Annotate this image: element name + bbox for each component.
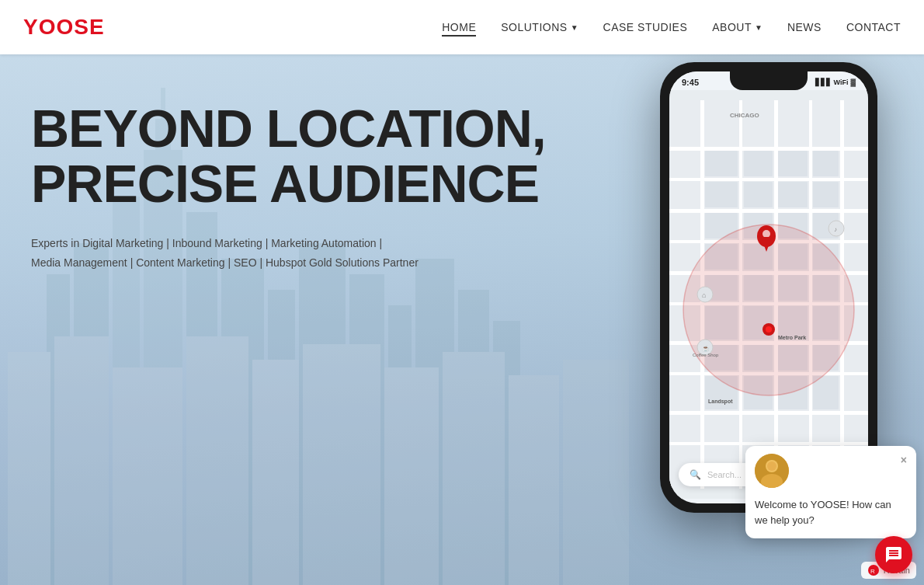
svg-rect-42 (744, 151, 773, 176)
svg-rect-28 (669, 209, 868, 213)
nav-case-studies-link[interactable]: CASE STUDIES (603, 21, 688, 33)
phone-screen: 9:45 ▋▋▋ WiFi ▓ (669, 71, 868, 503)
chat-bubble-button[interactable] (875, 536, 912, 573)
svg-text:R: R (870, 568, 875, 575)
svg-rect-22 (443, 352, 505, 585)
svg-text:⌂: ⌂ (702, 291, 706, 299)
svg-rect-26 (669, 147, 868, 151)
chat-header: × (745, 446, 916, 494)
headline-line2: PRECISE AUDIENCE (31, 154, 539, 213)
svg-point-73 (683, 225, 854, 395)
svg-rect-21 (384, 367, 439, 585)
phone-frame: 9:45 ▋▋▋ WiFi ▓ (660, 62, 877, 513)
svg-rect-41 (705, 151, 738, 176)
svg-rect-16 (54, 336, 109, 585)
svg-point-93 (767, 461, 776, 471)
wifi-icon: WiFi (834, 78, 849, 86)
svg-point-75 (766, 326, 772, 333)
nav-links: HOME SOLUTIONS ▼ CASE STUDIES ABOUT ▼ NE… (442, 20, 901, 34)
svg-rect-17 (113, 367, 182, 585)
headline-line1: BEYOND LOCATION, (31, 99, 546, 158)
svg-rect-34 (669, 411, 868, 415)
avatar-image (755, 454, 789, 488)
map-svg: CHICAGO Metro Park Landspot Museum North… (669, 90, 868, 499)
chat-avatar (755, 454, 789, 488)
map-search-icon: 🔍 (690, 469, 701, 480)
svg-text:☕: ☕ (702, 344, 710, 352)
nav-about[interactable]: ABOUT ▼ (712, 21, 762, 33)
svg-point-77 (762, 230, 770, 238)
svg-rect-19 (252, 360, 299, 585)
signal-icon: ▋▋▋ (815, 78, 832, 86)
nav-news[interactable]: NEWS (787, 20, 822, 34)
nav-solutions-link[interactable]: SOLUTIONS (501, 21, 567, 33)
hero-headline: BEYOND LOCATION, PRECISE AUDIENCE (31, 101, 546, 212)
nav-contact-link[interactable]: CONTACT (846, 21, 901, 33)
svg-rect-35 (669, 442, 868, 445)
nav-home-link[interactable]: HOME (442, 21, 476, 37)
nav-about-link[interactable]: ABOUT (712, 21, 752, 33)
phone-notch (730, 71, 808, 90)
nav-home[interactable]: HOME (442, 20, 476, 34)
subtitle-line1: Experts in Digital Marketing | Inbound M… (31, 237, 382, 249)
nav-contact[interactable]: CONTACT (846, 20, 901, 34)
svg-text:Coffee Shop: Coffee Shop (693, 353, 719, 357)
svg-rect-27 (669, 178, 868, 181)
chat-body: Welcome to YOOSE! How can we help you? (745, 494, 916, 538)
phone-time: 9:45 (682, 78, 699, 87)
svg-rect-15 (8, 352, 50, 585)
solutions-chevron-icon: ▼ (571, 23, 578, 32)
svg-rect-43 (778, 151, 808, 176)
svg-text:CHICAGO: CHICAGO (730, 112, 759, 119)
svg-rect-47 (778, 182, 808, 207)
revain-icon: R (867, 564, 880, 576)
chat-message-text: Welcome to YOOSE! How can we help you? (755, 497, 907, 528)
svg-text:Landspot: Landspot (708, 399, 733, 405)
svg-rect-44 (813, 151, 839, 176)
phone-mockup: 9:45 ▋▋▋ WiFi ▓ (660, 62, 877, 513)
svg-rect-20 (303, 344, 380, 585)
nav-news-link[interactable]: NEWS (787, 21, 822, 33)
brand-logo[interactable]: YOOSE (23, 15, 105, 40)
svg-rect-45 (705, 182, 738, 207)
nav-case-studies[interactable]: CASE STUDIES (603, 20, 688, 34)
navbar: YOOSE HOME SOLUTIONS ▼ CASE STUDIES ABOU… (0, 0, 924, 54)
svg-rect-46 (744, 182, 773, 207)
battery-icon: ▓ (850, 78, 856, 86)
chat-close-button[interactable]: × (901, 454, 907, 466)
svg-rect-18 (186, 336, 248, 585)
hero-subtitle: Experts in Digital Marketing | Inbound M… (31, 234, 546, 273)
svg-rect-24 (563, 360, 629, 585)
svg-rect-48 (813, 182, 839, 207)
search-placeholder-text: Search... (707, 470, 742, 479)
nav-solutions[interactable]: SOLUTIONS ▼ (501, 21, 578, 33)
map-area: CHICAGO Metro Park Landspot Museum North… (669, 90, 868, 499)
status-icons: ▋▋▋ WiFi ▓ (815, 78, 856, 86)
subtitle-line2: Media Management | Content Marketing | S… (31, 256, 419, 269)
chat-widget[interactable]: × Welcome to YOOSE! How can we help you? (745, 446, 916, 538)
svg-text:♪: ♪ (834, 226, 837, 233)
chat-bubble-icon (884, 545, 903, 564)
hero-content: BEYOND LOCATION, PRECISE AUDIENCE Expert… (31, 101, 546, 273)
svg-text:Metro Park: Metro Park (778, 335, 806, 340)
svg-rect-23 (509, 375, 559, 585)
about-chevron-icon: ▼ (755, 23, 762, 32)
